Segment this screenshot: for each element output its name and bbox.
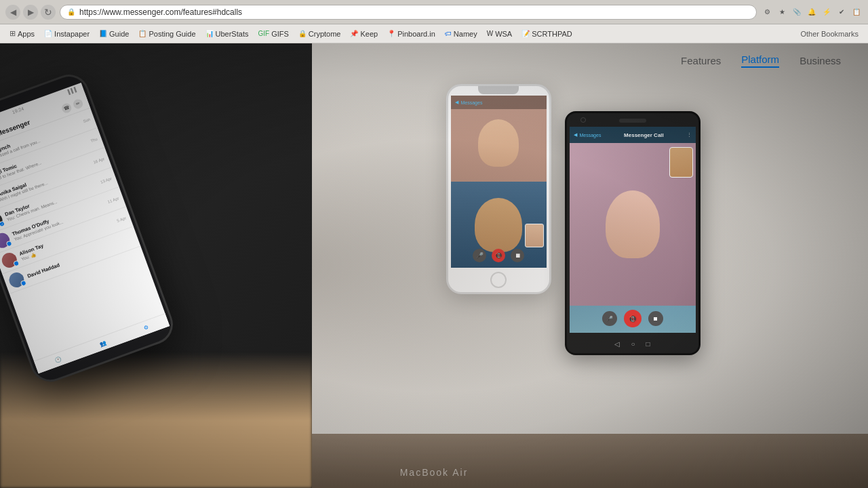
- bookmark-apps[interactable]: ⊞ Apps: [5, 28, 39, 39]
- android-controls: 🎤 📵 ⏹: [570, 310, 696, 327]
- other-bookmarks[interactable]: Other Bookmarks: [796, 28, 863, 39]
- nav-buttons: ◀ ▶ ↻: [5, 5, 56, 20]
- android-video-btn[interactable]: ⏹: [648, 311, 663, 326]
- phone-icon[interactable]: ☎: [60, 102, 73, 115]
- posting-guide-label: Posting Guide: [149, 30, 195, 38]
- video-thumbnail: [525, 224, 544, 247]
- bookmark-namey[interactable]: 🏷 Namey: [441, 28, 481, 39]
- bookmark-posting-guide[interactable]: 📋 Posting Guide: [134, 28, 199, 39]
- browser-toolbar: ◀ ▶ ↻ 🔒 https://www.messenger.com/featur…: [0, 0, 868, 24]
- android-messages-label: Messages: [580, 133, 601, 138]
- cryptome-icon: 🔒: [298, 30, 307, 37]
- android-screen: ◀ Messages Messenger Call ⋮ 🎤 📵: [570, 127, 696, 333]
- avatar-dan-taylor: ✓: [0, 211, 5, 230]
- avatar-thomas-oduffy: [0, 231, 12, 250]
- android-call-title: Messenger Call: [604, 132, 684, 138]
- lock-icon: 🔒: [67, 8, 75, 16]
- avatar-alison-tay: [0, 251, 19, 270]
- video-call-controls: 🎤 📵 ⏹: [451, 249, 547, 262]
- tab-settings[interactable]: ⚙: [143, 324, 150, 331]
- url-text: https://www.messenger.com/features#hdcal…: [79, 7, 749, 17]
- refresh-button[interactable]: ↻: [41, 5, 56, 20]
- page-content: Features Platform Business er: [0, 43, 868, 488]
- apps-icon: ⊞: [9, 29, 16, 38]
- android-recent-nav[interactable]: □: [646, 340, 650, 348]
- namey-icon: 🏷: [445, 30, 452, 37]
- badge-david-haddad: [20, 280, 27, 287]
- android-menu-icon: ⋮: [687, 132, 692, 138]
- ext-icon-3[interactable]: 📎: [791, 6, 803, 18]
- time-anika-saigal: 16 Apr: [93, 157, 105, 165]
- gifs-icon: GIF: [258, 30, 269, 37]
- avatar-david-haddad: [7, 270, 26, 289]
- guide-icon: 📘: [99, 30, 107, 37]
- badge-alison-tay: [13, 260, 20, 267]
- video-call-header: ◀ Messages Messenger Call ⋮: [570, 127, 696, 143]
- iphone-home-button[interactable]: [490, 272, 507, 288]
- bookmark-scrthpad[interactable]: 📝 SCRTHPAD: [517, 28, 576, 39]
- time-thomas-oduffy: 11 Apr: [107, 196, 119, 204]
- time-john-lynch: Sun: [83, 117, 91, 123]
- android-mute-btn[interactable]: 🎤: [602, 311, 617, 326]
- status-time: 19:24: [12, 106, 24, 115]
- toolbar-icons: ⚙ ★ 📎 🔔 ⚡ ✔ 📋: [761, 6, 863, 18]
- android-back-icon: ◀: [574, 132, 577, 138]
- mute-button[interactable]: 🎤: [473, 249, 486, 262]
- wsa-label: WSA: [495, 30, 512, 38]
- browser-window: ◀ ▶ ↻ 🔒 https://www.messenger.com/featur…: [0, 0, 868, 488]
- uberstats-icon: 📊: [205, 30, 214, 37]
- wsa-icon: W: [487, 30, 493, 37]
- ext-icon-6[interactable]: ✔: [835, 6, 848, 18]
- bookmark-gifs[interactable]: GIF GIFS: [254, 28, 292, 39]
- time-oggi-tomic: Thu: [90, 137, 98, 143]
- bookmark-wsa[interactable]: W WSA: [483, 28, 517, 39]
- video-button[interactable]: ⏹: [511, 249, 524, 262]
- namey-label: Namey: [454, 30, 477, 38]
- hand-phone-overlay: O2 IE 19:24 ▌▌▌ ≡ Messenger ☎ ✏: [0, 43, 312, 488]
- badge-dan-taylor: ✓: [0, 220, 5, 227]
- bookmark-instapaper[interactable]: 📄 Instapaper: [40, 28, 94, 39]
- android-phone: ◀ Messages Messenger Call ⋮ 🎤 📵: [565, 111, 701, 355]
- back-button[interactable]: ◀: [5, 5, 20, 20]
- ext-icon-7[interactable]: 📋: [850, 6, 863, 18]
- badge-thomas-oduffy: [5, 240, 12, 247]
- bookmark-guide[interactable]: 📘 Guide: [95, 28, 133, 39]
- nav-features[interactable]: Features: [681, 55, 721, 66]
- pinboard-label: Pinboard.in: [397, 30, 435, 38]
- nav-business[interactable]: Business: [800, 55, 841, 66]
- forward-button[interactable]: ▶: [23, 5, 38, 20]
- status-signal: ▌▌▌: [67, 87, 78, 95]
- ext-icon-1[interactable]: ⚙: [761, 6, 773, 18]
- time-dan-taylor: 13 Apr: [100, 176, 112, 184]
- bookmark-cryptome[interactable]: 🔒 Cryptome: [294, 28, 345, 39]
- posting-guide-icon: 📋: [138, 30, 146, 37]
- ext-icon-5[interactable]: ⚡: [821, 6, 833, 18]
- tab-recent[interactable]: 🕐: [54, 356, 62, 364]
- end-call-button[interactable]: 📵: [492, 249, 505, 262]
- bookmark-keep[interactable]: 📌 Keep: [346, 28, 382, 39]
- keep-icon: 📌: [350, 30, 358, 37]
- cryptome-label: Cryptome: [309, 30, 341, 38]
- android-home-nav[interactable]: ○: [631, 340, 635, 348]
- phones-container: ◀ Messages 🎤 📵 ⏹: [292, 84, 854, 488]
- android-back-nav[interactable]: ◁: [614, 340, 620, 348]
- pinboard-icon: 📍: [387, 30, 395, 37]
- bookmark-uberstats[interactable]: 📊 UberStats: [201, 28, 253, 39]
- instapaper-icon: 📄: [44, 30, 52, 37]
- instapaper-label: Instapaper: [54, 30, 90, 38]
- uberstats-label: UberStats: [216, 30, 249, 38]
- bookmark-pinboard[interactable]: 📍 Pinboard.in: [383, 28, 439, 39]
- time-alison-tay: 5 Apr: [117, 216, 127, 223]
- address-bar[interactable]: 🔒 https://www.messenger.com/features#hdc…: [60, 5, 757, 20]
- android-end-btn[interactable]: 📵: [624, 310, 642, 327]
- ext-icon-4[interactable]: 🔔: [806, 6, 818, 18]
- tab-groups[interactable]: 👥: [98, 340, 106, 348]
- ext-icon-2[interactable]: ★: [776, 6, 788, 18]
- guide-label: Guide: [109, 30, 129, 38]
- compose-icon[interactable]: ✏: [72, 98, 84, 110]
- keep-label: Keep: [360, 30, 378, 38]
- nav-platform[interactable]: Platform: [741, 54, 779, 68]
- gifs-label: GIFS: [271, 30, 289, 38]
- messages-back: Messages: [461, 100, 483, 105]
- iphone-video-phone: ◀ Messages 🎤 📵 ⏹: [446, 84, 551, 294]
